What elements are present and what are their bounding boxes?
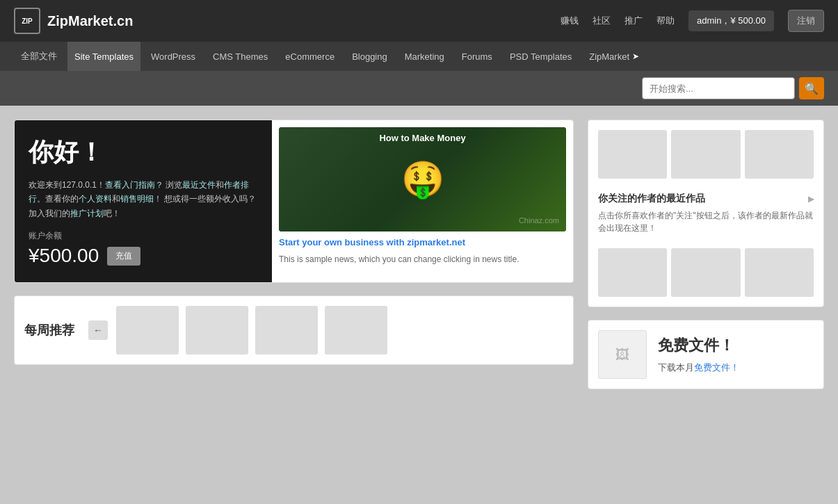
author-section-title: 你关注的作者的最近作品 ▶ bbox=[598, 193, 814, 205]
user-info: admin，¥ 500.00 bbox=[688, 10, 774, 31]
weekly-recommend-card: 每周推荐 ← bbox=[14, 295, 574, 365]
profile-link[interactable]: 个人资料 bbox=[79, 194, 112, 204]
navbar-item-all[interactable]: 全部文件 bbox=[14, 42, 64, 71]
weekly-label: 每周推荐 bbox=[24, 322, 80, 339]
intro-text: 欢迎来到127.0.0.1！查看入门指南？ 浏览最近文件和作者排行。查看你的个人… bbox=[29, 178, 258, 220]
navbar: 全部文件 Site Templates WordPress CMS Themes… bbox=[0, 42, 838, 71]
guide-link[interactable]: 查看入门指南？ bbox=[105, 180, 163, 190]
greeting-heading: 你好！ bbox=[29, 136, 258, 170]
header-nav: 赚钱 社区 推广 帮助 bbox=[561, 15, 675, 27]
header-right: 赚钱 社区 推广 帮助 admin，¥ 500.00 注销 bbox=[561, 10, 824, 32]
free-file-desc: 下载本月免费文件！ bbox=[658, 361, 739, 374]
logo-area: ZIP ZipMarket.cn bbox=[14, 8, 133, 34]
search-input[interactable] bbox=[642, 77, 795, 99]
balance-value: ¥500.00 bbox=[29, 245, 99, 267]
author-info: 你关注的作者的最近作品 ▶ 点击你所喜欢作者的"关注"按钮之后，该作者的最新作品… bbox=[598, 186, 814, 241]
author-thumb-1[interactable] bbox=[598, 130, 667, 179]
free-file-info: 免费文件！ 下载本月免费文件！ bbox=[658, 335, 739, 374]
author-thumb-5[interactable] bbox=[671, 248, 740, 297]
author-arrow-icon: ▶ bbox=[808, 195, 814, 204]
author-thumb-3[interactable] bbox=[745, 130, 814, 179]
logout-button[interactable]: 注销 bbox=[788, 10, 824, 32]
weekly-item-2[interactable] bbox=[186, 306, 248, 355]
balance-display: ¥500.00 充值 bbox=[29, 245, 258, 267]
navbar-item-site-templates[interactable]: Site Templates bbox=[67, 42, 140, 71]
author-thumb-4[interactable] bbox=[598, 248, 667, 297]
site-title: ZipMarket.cn bbox=[47, 13, 133, 29]
weekly-items bbox=[116, 306, 563, 355]
main-content: 你好！ 欢迎来到127.0.0.1！查看入门指南？ 浏览最近文件和作者排行。查看… bbox=[0, 106, 838, 403]
author-thumb-2[interactable] bbox=[671, 130, 740, 179]
news-link[interactable]: Start your own business with zipmarket.n… bbox=[279, 237, 566, 247]
news-description: This is sample news, which you can chang… bbox=[279, 253, 566, 266]
welcome-left-panel: 你好！ 欢迎来到127.0.0.1！查看入门指南？ 浏览最近文件和作者排行。查看… bbox=[15, 120, 272, 282]
navbar-item-blogging[interactable]: Blogging bbox=[345, 42, 394, 71]
header-nav-community[interactable]: 社区 bbox=[593, 15, 611, 27]
sales-link[interactable]: 销售明细 bbox=[120, 194, 154, 204]
navbar-item-zipmarket[interactable]: ZipMarket ➤ bbox=[582, 42, 646, 71]
watermark-text: Chinaz.com bbox=[519, 216, 559, 225]
balance-label: 账户余额 bbox=[29, 230, 258, 242]
header-nav-help[interactable]: 帮助 bbox=[656, 15, 675, 27]
free-file-thumbnail: 🖼 bbox=[598, 330, 647, 379]
logo-icon: ZIP bbox=[14, 8, 40, 34]
author-follows-card: 你关注的作者的最近作品 ▶ 点击你所喜欢作者的"关注"按钮之后，该作者的最新作品… bbox=[588, 120, 824, 307]
weekly-item-4[interactable] bbox=[325, 306, 387, 355]
author-section-desc: 点击你所喜欢作者的"关注"按钮之后，该作者的最新作品就会出现在这里！ bbox=[598, 209, 814, 234]
recent-files-link[interactable]: 最近文件 bbox=[182, 180, 216, 190]
navbar-item-cms-themes[interactable]: CMS Themes bbox=[206, 42, 275, 71]
free-file-icon: 🖼 bbox=[615, 347, 629, 363]
navbar-item-ecommerce[interactable]: eCommerce bbox=[278, 42, 341, 71]
header-nav-earn[interactable]: 赚钱 bbox=[561, 15, 579, 27]
cartoon-icon: 🤑 bbox=[401, 159, 444, 200]
free-file-card: 🖼 免费文件！ 下载本月免费文件！ bbox=[588, 320, 824, 389]
news-image-title: How to Make Money bbox=[379, 133, 465, 143]
navbar-item-marketing[interactable]: Marketing bbox=[398, 42, 451, 71]
recharge-button[interactable]: 充值 bbox=[107, 247, 140, 266]
free-file-link[interactable]: 免费文件！ bbox=[694, 362, 739, 373]
navbar-item-forums[interactable]: Forums bbox=[455, 42, 499, 71]
welcome-card: 你好！ 欢迎来到127.0.0.1！查看入门指南？ 浏览最近文件和作者排行。查看… bbox=[14, 120, 574, 283]
author-grid-top bbox=[598, 130, 814, 179]
header-nav-promote[interactable]: 推广 bbox=[625, 15, 643, 27]
weekly-item-1[interactable] bbox=[116, 306, 179, 355]
navbar-item-psd-templates[interactable]: PSD Templates bbox=[503, 42, 579, 71]
free-file-title: 免费文件！ bbox=[658, 335, 739, 356]
author-thumb-6[interactable] bbox=[745, 248, 814, 297]
weekly-prev-button[interactable]: ← bbox=[88, 320, 108, 340]
navbar-item-wordpress[interactable]: WordPress bbox=[144, 42, 202, 71]
author-grid-bottom bbox=[598, 248, 814, 297]
right-column: 你关注的作者的最近作品 ▶ 点击你所喜欢作者的"关注"按钮之后，该作者的最新作品… bbox=[588, 120, 824, 389]
search-bar: 🔍 bbox=[0, 71, 838, 106]
promo-link[interactable]: 推广计划 bbox=[70, 209, 104, 218]
search-icon: 🔍 bbox=[805, 82, 819, 95]
navbar-arrow-icon: ➤ bbox=[632, 51, 639, 61]
weekly-item-3[interactable] bbox=[255, 306, 318, 355]
search-button[interactable]: 🔍 bbox=[799, 77, 824, 99]
header: ZIP ZipMarket.cn 赚钱 社区 推广 帮助 admin，¥ 500… bbox=[0, 0, 838, 42]
welcome-right-panel: How to Make Money 🤑 Chinaz.com Start you… bbox=[272, 120, 573, 282]
news-image-inner: How to Make Money 🤑 Chinaz.com bbox=[279, 127, 566, 231]
left-column: 你好！ 欢迎来到127.0.0.1！查看入门指南？ 浏览最近文件和作者排行。查看… bbox=[14, 120, 574, 389]
news-image: How to Make Money 🤑 Chinaz.com bbox=[279, 127, 566, 231]
